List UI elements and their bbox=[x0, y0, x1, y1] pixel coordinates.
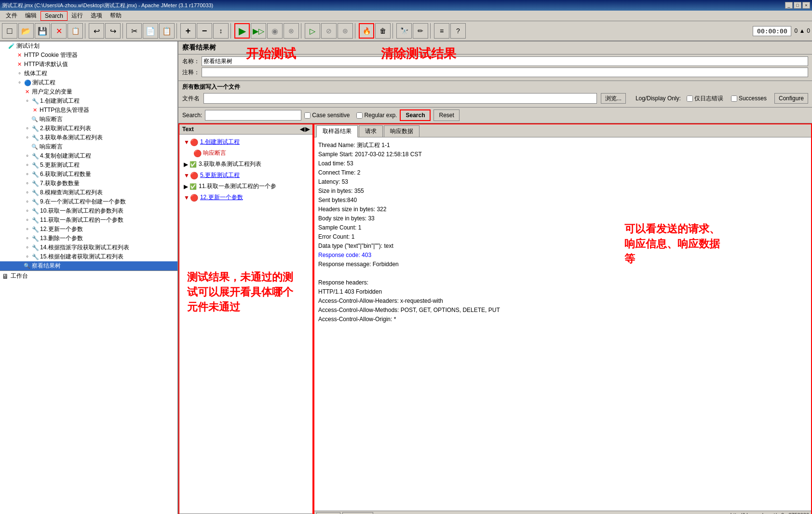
tree-item-assertion1[interactable]: 🔍 响应断言 bbox=[0, 115, 177, 124]
log-errors-check[interactable] bbox=[687, 95, 693, 102]
successes-checkbox[interactable]: Successes bbox=[731, 95, 767, 102]
new-button[interactable]: □ bbox=[2, 23, 17, 39]
browse-button[interactable]: 浏览... bbox=[601, 93, 626, 104]
tree-item-get-param[interactable]: ⚬ 🔧 11.获取一条测试工程的一个参数 bbox=[0, 216, 177, 225]
menu-run[interactable]: 运行 bbox=[68, 11, 87, 21]
tree-item-vars[interactable]: ✕ 用户定义的变量 bbox=[0, 87, 177, 96]
tree-item-test[interactable]: ⚬ 🔵 测试工程 bbox=[0, 78, 177, 87]
tree-label-copy: 4.复制创建测试工程 bbox=[40, 152, 91, 160]
help-button[interactable]: ? bbox=[450, 23, 466, 39]
body-size: Body size in bytes: 33 bbox=[318, 214, 807, 223]
list-item[interactable]: 🔴 响应断言 bbox=[181, 148, 311, 159]
data-type: Data type ("text"|"bin"|""): text bbox=[318, 242, 807, 250]
tree-item-copy[interactable]: ⚬ 🔧 4.复制创建测试工程 bbox=[0, 151, 177, 161]
clear-all-button[interactable]: 🗑 bbox=[375, 23, 391, 39]
remove-button[interactable]: − bbox=[197, 23, 212, 39]
move-button[interactable]: ↕ bbox=[213, 23, 229, 39]
remote-start-button[interactable]: ▷ bbox=[305, 23, 320, 39]
configure-button[interactable]: Configure bbox=[774, 93, 808, 104]
list-item[interactable]: ▼ 🔴 12.更新一个参数 bbox=[181, 192, 311, 203]
tree-item-get-single[interactable]: ⚬ 🔧 3.获取单条测试工程列表 bbox=[0, 133, 177, 142]
comment-input[interactable] bbox=[202, 68, 808, 77]
tree-item-assertion2[interactable]: 🔍 响应断言 bbox=[0, 142, 177, 151]
tree-item-query[interactable]: ⚬ 🔧 8.模糊查询测试工程列表 bbox=[0, 188, 177, 197]
tree-item-delete-param[interactable]: ⚬ 🔧 13.删除一个参数 bbox=[0, 234, 177, 243]
tree-item-cookie[interactable]: ✕ HTTP Cookie 管理器 bbox=[0, 51, 177, 60]
tree-label-delete-param: 13.删除一个参数 bbox=[40, 234, 83, 243]
regex-checkbox[interactable]: Regular exp. bbox=[356, 112, 397, 119]
redo-button[interactable]: ↪ bbox=[105, 23, 121, 39]
workbench-icon: 🖥 bbox=[2, 272, 9, 280]
undo-button[interactable]: ↩ bbox=[89, 23, 104, 39]
tree-item-defaults[interactable]: ✕ HTTP请求默认值 bbox=[0, 60, 177, 69]
parsed-button[interactable]: Parsed bbox=[342, 512, 373, 514]
tree-item-plan[interactable]: 🧪 测试计划 bbox=[0, 41, 177, 51]
tree-item-update-param[interactable]: ⚬ 🔧 12.更新一个参数 bbox=[0, 225, 177, 234]
paste-button[interactable]: 📋 bbox=[159, 23, 175, 39]
search-input[interactable] bbox=[205, 110, 301, 121]
save-button[interactable]: 💾 bbox=[35, 23, 50, 39]
start-no-pause-button[interactable]: ▶▷ bbox=[251, 23, 266, 39]
tree-item-get-count[interactable]: ⚬ 🔧 6.获取测试工程数量 bbox=[0, 170, 177, 179]
list-item[interactable]: ▼ 🔴 5.更新测试工程 bbox=[181, 170, 311, 181]
response-message: Response message: Forbidden bbox=[318, 260, 807, 269]
menu-help[interactable]: 帮助 bbox=[106, 11, 125, 21]
close-test-button[interactable]: ✕ bbox=[51, 23, 67, 39]
search-toolbar-button[interactable]: 🔭 bbox=[396, 23, 412, 39]
tab-sampler-results[interactable]: 取样器结果 bbox=[316, 125, 358, 137]
menu-options[interactable]: 选项 bbox=[87, 11, 106, 21]
add-button[interactable]: + bbox=[180, 23, 196, 39]
tab-response-data[interactable]: 响应数据 bbox=[384, 125, 420, 137]
tree-item-results-tree[interactable]: 🔍 察看结果树 bbox=[0, 261, 177, 271]
stop-button[interactable]: ◉ bbox=[267, 23, 283, 39]
reset-button[interactable]: Reset bbox=[433, 109, 459, 121]
tree-item-http-header[interactable]: ✕ HTTP信息头管理器 bbox=[0, 106, 177, 115]
tree-item-create[interactable]: ⚬ 🔧 1.创建测试工程 bbox=[0, 96, 177, 106]
start-button[interactable]: ▶ bbox=[234, 23, 250, 39]
minimize-btn[interactable]: _ bbox=[785, 2, 793, 9]
successes-check[interactable] bbox=[731, 95, 737, 102]
clear-button[interactable]: 🔥 bbox=[359, 23, 374, 39]
tree-item-get-param-list[interactable]: ⚬ 🔧 10.获取一条测试工程的参数列表 bbox=[0, 206, 177, 216]
menu-file[interactable]: 文件 bbox=[2, 11, 21, 21]
copy-button[interactable]: 📄 bbox=[143, 23, 158, 39]
open-button[interactable]: 📂 bbox=[18, 23, 34, 39]
tree-item-get-by-creator[interactable]: ⚬ 🔧 15.根据创建者获取测试工程列表 bbox=[0, 252, 177, 261]
menu-search[interactable]: Search bbox=[41, 11, 68, 21]
list-item[interactable]: ▶ ✅ 3.获取单条测试工程列表 bbox=[181, 159, 311, 170]
tree-item-get-params[interactable]: ⚬ 🔧 7.获取参数数量 bbox=[0, 179, 177, 188]
tree-item-get-by-field[interactable]: ⚬ 🔧 14.根据指派字段获取测试工程列表 bbox=[0, 243, 177, 252]
file-input[interactable] bbox=[203, 93, 597, 104]
right-panel: 察看结果树 名称： 注释： 所有数据写入一个文件 文件名 bbox=[178, 41, 812, 514]
raw-button[interactable]: Raw bbox=[316, 512, 340, 514]
collapse-icon[interactable]: ◀ bbox=[300, 126, 304, 133]
tree-item-thread[interactable]: ⚬ 线体工程 bbox=[0, 69, 177, 78]
menu-edit[interactable]: 编辑 bbox=[21, 11, 41, 21]
expand-arrow: ▶ bbox=[184, 183, 188, 190]
expand-icon[interactable]: ▶ bbox=[305, 126, 310, 133]
search-button[interactable]: Search bbox=[400, 109, 431, 121]
log-errors-checkbox[interactable]: 仅日志错误 bbox=[687, 95, 723, 103]
window-controls[interactable]: _ □ × bbox=[785, 2, 810, 9]
template-button[interactable]: ✏ bbox=[413, 23, 428, 39]
save-as-button[interactable]: 📋 bbox=[68, 23, 83, 39]
tree-item-create-param[interactable]: ⚬ 🔧 9.在一个测试工程中创建一个参数 bbox=[0, 197, 177, 206]
tree-item-update[interactable]: ⚬ 🔧 5.更新测试工程 bbox=[0, 161, 177, 170]
remote-stop-button[interactable]: ⊘ bbox=[321, 23, 337, 39]
regex-check[interactable] bbox=[356, 112, 363, 119]
maximize-btn[interactable]: □ bbox=[794, 2, 801, 9]
warning-display: 0 ▲ 0 bbox=[794, 27, 810, 34]
close-btn[interactable]: × bbox=[802, 2, 810, 9]
name-input[interactable] bbox=[202, 56, 808, 66]
case-sensitive-checkbox[interactable]: Case sensitive bbox=[304, 112, 350, 119]
tree-item-get-list[interactable]: ⚬ 🔧 2.获取测试工程列表 bbox=[0, 124, 177, 133]
remote-exit-button[interactable]: ⊛ bbox=[338, 23, 353, 39]
case-sensitive-check[interactable] bbox=[304, 112, 311, 119]
shutdown-button[interactable]: ⊗ bbox=[284, 23, 299, 39]
cut-button[interactable]: ✂ bbox=[126, 23, 142, 39]
tab-request[interactable]: 请求 bbox=[359, 125, 383, 137]
list-button[interactable]: ≡ bbox=[434, 23, 449, 39]
list-item[interactable]: ▼ 🔴 1.创建测试工程 bbox=[181, 136, 311, 148]
list-item[interactable]: ▶ ✅ 11.获取一条测试工程的一个参 bbox=[181, 181, 311, 192]
workbench-item[interactable]: 🖥 工作台 bbox=[0, 271, 177, 281]
